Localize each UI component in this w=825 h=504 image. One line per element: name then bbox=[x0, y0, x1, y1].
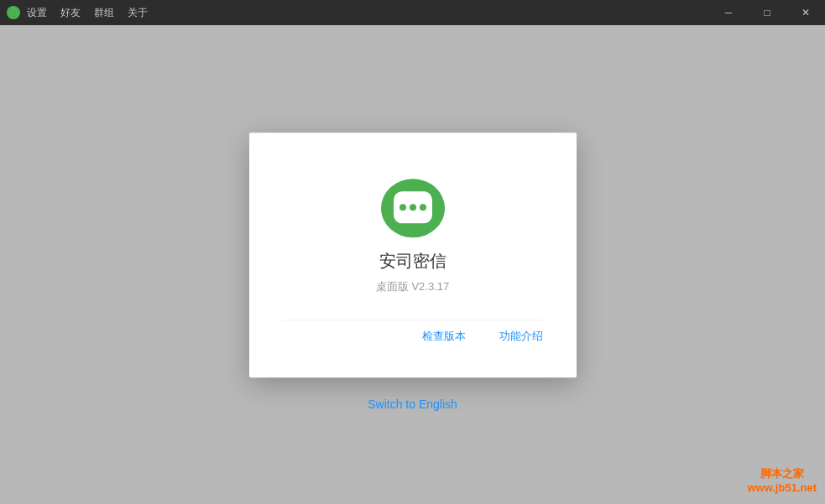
menu-about[interactable]: 关于 bbox=[128, 6, 148, 20]
app-name: 安司密信 bbox=[379, 250, 446, 273]
switch-language-link[interactable]: Switch to English bbox=[368, 397, 457, 411]
app-logo bbox=[375, 174, 451, 250]
svg-point-4 bbox=[420, 204, 426, 210]
watermark: 脚本之家 www.jb51.net bbox=[747, 467, 817, 496]
modal-links: 检查版本 功能介绍 bbox=[283, 320, 543, 344]
watermark-line2: www.jb51.net bbox=[747, 481, 817, 496]
watermark-line1: 脚本之家 bbox=[747, 467, 817, 481]
about-dialog: 安司密信 桌面版 V2.3.17 检查版本 功能介绍 bbox=[249, 132, 577, 377]
title-bar: 设置 好友 群组 关于 ─ □ ✕ bbox=[0, 0, 825, 25]
title-bar-menu: 设置 好友 群组 关于 bbox=[27, 6, 148, 20]
app-icon bbox=[7, 6, 20, 19]
window-controls: ─ □ ✕ bbox=[709, 0, 825, 25]
minimize-button[interactable]: ─ bbox=[709, 0, 748, 25]
main-area: 安司密信 桌面版 V2.3.17 检查版本 功能介绍 Switch to Eng… bbox=[0, 25, 825, 504]
menu-friends[interactable]: 好友 bbox=[60, 6, 81, 20]
menu-groups[interactable]: 群组 bbox=[94, 6, 114, 20]
maximize-button[interactable]: □ bbox=[748, 0, 786, 25]
svg-point-3 bbox=[410, 204, 416, 210]
check-version-link[interactable]: 检查版本 bbox=[422, 329, 466, 344]
close-button[interactable]: ✕ bbox=[786, 0, 825, 25]
features-link[interactable]: 功能介绍 bbox=[499, 329, 543, 344]
app-version: 桌面版 V2.3.17 bbox=[376, 279, 449, 294]
svg-point-2 bbox=[399, 204, 406, 210]
menu-settings[interactable]: 设置 bbox=[27, 6, 47, 20]
